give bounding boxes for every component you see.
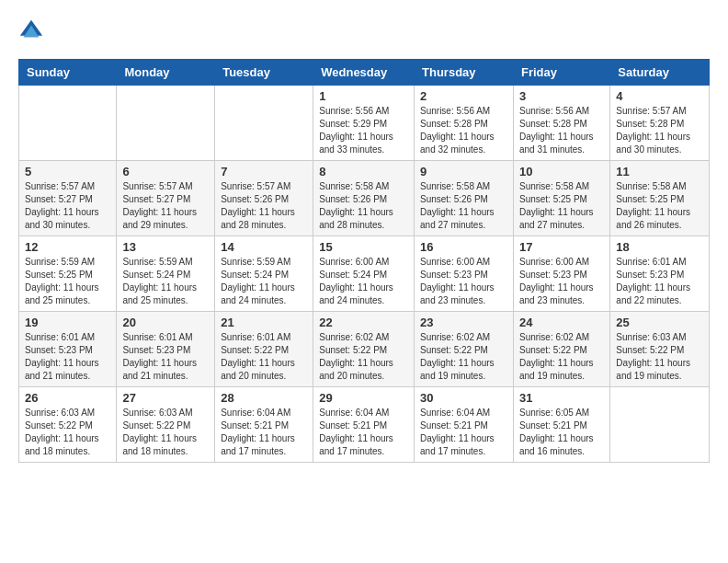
calendar-cell [215,86,313,161]
day-number: 25 [616,316,703,329]
calendar-cell [19,86,117,161]
day-info: Sunrise: 6:01 AM Sunset: 5:23 PM Dayligh… [25,331,110,383]
calendar-week-row: 5Sunrise: 5:57 AM Sunset: 5:27 PM Daylig… [19,161,710,236]
calendar-cell: 27Sunrise: 6:03 AM Sunset: 5:22 PM Dayli… [117,387,215,463]
weekday-header: Thursday [415,60,514,86]
day-number: 18 [616,240,703,254]
day-number: 19 [25,316,110,329]
day-number: 8 [319,165,408,178]
day-info: Sunrise: 6:02 AM Sunset: 5:22 PM Dayligh… [519,331,604,383]
weekday-header: Wednesday [313,60,415,86]
day-info: Sunrise: 6:01 AM Sunset: 5:22 PM Dayligh… [221,331,307,383]
weekday-header: Monday [117,60,215,86]
weekday-header: Friday [513,60,609,86]
day-info: Sunrise: 5:58 AM Sunset: 5:25 PM Dayligh… [616,180,703,232]
calendar-cell: 17Sunrise: 6:00 AM Sunset: 5:23 PM Dayli… [513,236,609,312]
day-info: Sunrise: 5:56 AM Sunset: 5:29 PM Dayligh… [319,105,408,156]
day-number: 9 [420,165,507,178]
calendar-cell: 7Sunrise: 5:57 AM Sunset: 5:26 PM Daylig… [215,161,313,236]
calendar-cell: 4Sunrise: 5:57 AM Sunset: 5:28 PM Daylig… [610,86,710,161]
logo [18,18,48,44]
day-number: 16 [420,240,507,254]
weekday-header: Sunday [19,60,117,86]
day-number: 24 [519,316,604,329]
calendar-cell: 15Sunrise: 6:00 AM Sunset: 5:24 PM Dayli… [313,236,415,312]
day-info: Sunrise: 6:03 AM Sunset: 5:22 PM Dayligh… [25,407,110,458]
day-info: Sunrise: 5:59 AM Sunset: 5:24 PM Dayligh… [122,256,209,307]
day-number: 10 [519,165,604,178]
calendar-table: SundayMondayTuesdayWednesdayThursdayFrid… [18,59,710,463]
calendar-cell: 31Sunrise: 6:05 AM Sunset: 5:21 PM Dayli… [513,387,609,463]
calendar-cell: 8Sunrise: 5:58 AM Sunset: 5:26 PM Daylig… [313,161,415,236]
calendar-week-row: 12Sunrise: 5:59 AM Sunset: 5:25 PM Dayli… [19,236,710,312]
calendar-cell: 1Sunrise: 5:56 AM Sunset: 5:29 PM Daylig… [313,86,415,161]
day-number: 15 [319,240,408,254]
calendar-cell [610,387,710,463]
day-info: Sunrise: 6:05 AM Sunset: 5:21 PM Dayligh… [519,407,604,458]
calendar-cell: 28Sunrise: 6:04 AM Sunset: 5:21 PM Dayli… [215,387,313,463]
day-number: 21 [221,316,307,329]
day-info: Sunrise: 6:02 AM Sunset: 5:22 PM Dayligh… [319,331,408,383]
day-info: Sunrise: 5:56 AM Sunset: 5:28 PM Dayligh… [420,105,507,156]
day-number: 29 [319,391,408,405]
day-info: Sunrise: 6:01 AM Sunset: 5:23 PM Dayligh… [122,331,209,383]
calendar-header-row: SundayMondayTuesdayWednesdayThursdayFrid… [19,60,710,86]
logo-icon [18,18,44,44]
day-number: 7 [221,165,307,178]
day-number: 5 [25,165,110,178]
calendar-cell: 3Sunrise: 5:56 AM Sunset: 5:28 PM Daylig… [513,86,609,161]
day-number: 26 [25,391,110,405]
calendar-cell: 29Sunrise: 6:04 AM Sunset: 5:21 PM Dayli… [313,387,415,463]
calendar-cell: 14Sunrise: 5:59 AM Sunset: 5:24 PM Dayli… [215,236,313,312]
day-number: 23 [420,316,507,329]
calendar-cell: 30Sunrise: 6:04 AM Sunset: 5:21 PM Dayli… [415,387,514,463]
day-info: Sunrise: 5:57 AM Sunset: 5:27 PM Dayligh… [25,180,110,232]
day-number: 2 [420,89,507,103]
calendar-cell: 22Sunrise: 6:02 AM Sunset: 5:22 PM Dayli… [313,312,415,387]
day-number: 4 [616,89,703,103]
calendar-cell [117,86,215,161]
day-info: Sunrise: 5:58 AM Sunset: 5:26 PM Dayligh… [420,180,507,232]
day-info: Sunrise: 5:57 AM Sunset: 5:27 PM Dayligh… [122,180,209,232]
day-number: 20 [122,316,209,329]
day-number: 1 [319,89,408,103]
day-number: 22 [319,316,408,329]
calendar-cell: 26Sunrise: 6:03 AM Sunset: 5:22 PM Dayli… [19,387,117,463]
day-info: Sunrise: 5:59 AM Sunset: 5:24 PM Dayligh… [221,256,307,307]
day-info: Sunrise: 5:56 AM Sunset: 5:28 PM Dayligh… [519,105,604,156]
calendar-cell: 23Sunrise: 6:02 AM Sunset: 5:22 PM Dayli… [415,312,514,387]
calendar-cell: 9Sunrise: 5:58 AM Sunset: 5:26 PM Daylig… [415,161,514,236]
day-number: 3 [519,89,604,103]
day-info: Sunrise: 6:00 AM Sunset: 5:23 PM Dayligh… [519,256,604,307]
day-number: 13 [122,240,209,254]
calendar-cell: 21Sunrise: 6:01 AM Sunset: 5:22 PM Dayli… [215,312,313,387]
calendar-cell: 18Sunrise: 6:01 AM Sunset: 5:23 PM Dayli… [610,236,710,312]
day-info: Sunrise: 6:04 AM Sunset: 5:21 PM Dayligh… [221,407,307,458]
calendar-week-row: 26Sunrise: 6:03 AM Sunset: 5:22 PM Dayli… [19,387,710,463]
day-number: 17 [519,240,604,254]
day-info: Sunrise: 6:00 AM Sunset: 5:24 PM Dayligh… [319,256,408,307]
calendar-cell: 19Sunrise: 6:01 AM Sunset: 5:23 PM Dayli… [19,312,117,387]
day-info: Sunrise: 6:04 AM Sunset: 5:21 PM Dayligh… [420,407,507,458]
day-info: Sunrise: 5:58 AM Sunset: 5:25 PM Dayligh… [519,180,604,232]
weekday-header: Saturday [610,60,710,86]
day-info: Sunrise: 6:02 AM Sunset: 5:22 PM Dayligh… [420,331,507,383]
day-info: Sunrise: 5:58 AM Sunset: 5:26 PM Dayligh… [319,180,408,232]
calendar-week-row: 19Sunrise: 6:01 AM Sunset: 5:23 PM Dayli… [19,312,710,387]
calendar-cell: 24Sunrise: 6:02 AM Sunset: 5:22 PM Dayli… [513,312,609,387]
weekday-header: Tuesday [215,60,313,86]
calendar-cell: 25Sunrise: 6:03 AM Sunset: 5:22 PM Dayli… [610,312,710,387]
calendar-cell: 16Sunrise: 6:00 AM Sunset: 5:23 PM Dayli… [415,236,514,312]
day-info: Sunrise: 5:59 AM Sunset: 5:25 PM Dayligh… [25,256,110,307]
day-info: Sunrise: 6:03 AM Sunset: 5:22 PM Dayligh… [122,407,209,458]
day-info: Sunrise: 6:03 AM Sunset: 5:22 PM Dayligh… [616,331,703,383]
calendar-cell: 13Sunrise: 5:59 AM Sunset: 5:24 PM Dayli… [117,236,215,312]
calendar-cell: 5Sunrise: 5:57 AM Sunset: 5:27 PM Daylig… [19,161,117,236]
page-header [18,18,710,44]
day-number: 31 [519,391,604,405]
day-number: 28 [221,391,307,405]
calendar-cell: 12Sunrise: 5:59 AM Sunset: 5:25 PM Dayli… [19,236,117,312]
calendar-cell: 20Sunrise: 6:01 AM Sunset: 5:23 PM Dayli… [117,312,215,387]
calendar-cell: 11Sunrise: 5:58 AM Sunset: 5:25 PM Dayli… [610,161,710,236]
day-number: 12 [25,240,110,254]
